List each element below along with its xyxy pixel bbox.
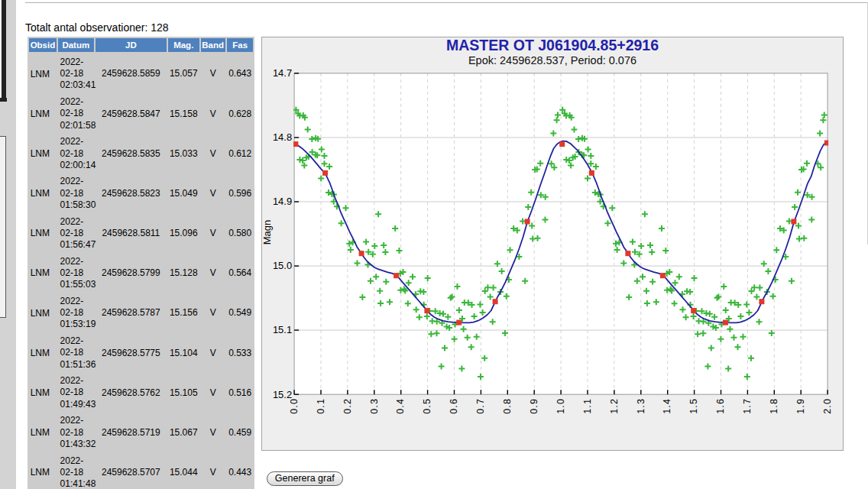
svg-text:0.1: 0.1 [316, 398, 326, 414]
svg-text:1.8: 1.8 [769, 398, 779, 414]
svg-text:0.7: 0.7 [475, 398, 486, 414]
svg-text:0.3: 0.3 [369, 398, 380, 414]
svg-text:Magn: Magn [262, 220, 274, 245]
svg-text:15.0: 15.0 [273, 261, 292, 272]
svg-text:14.9: 14.9 [273, 196, 292, 208]
svg-text:0.8: 0.8 [502, 398, 513, 414]
svg-text:14.7: 14.7 [273, 67, 292, 79]
svg-text:1.2: 1.2 [609, 398, 620, 414]
svg-text:1.5: 1.5 [689, 398, 700, 414]
svg-text:0.2: 0.2 [342, 398, 353, 414]
svg-text:2.0: 2.0 [822, 398, 833, 414]
svg-text:14.8: 14.8 [273, 132, 292, 144]
svg-text:1.1: 1.1 [582, 398, 593, 414]
svg-text:0.0: 0.0 [289, 398, 300, 414]
svg-text:1.4: 1.4 [662, 398, 673, 414]
svg-text:1.0: 1.0 [555, 398, 566, 414]
svg-text:1.6: 1.6 [715, 398, 726, 414]
svg-text:0.6: 0.6 [449, 398, 459, 414]
svg-text:1.7: 1.7 [742, 398, 753, 414]
svg-text:1.9: 1.9 [795, 398, 806, 414]
svg-text:1.3: 1.3 [636, 398, 646, 414]
svg-text:15.1: 15.1 [273, 325, 292, 336]
svg-text:0.5: 0.5 [423, 398, 433, 414]
svg-text:0.9: 0.9 [529, 398, 539, 414]
svg-text:0.4: 0.4 [396, 398, 406, 414]
svg-text:MASTER OT J061904.85+2916: MASTER OT J061904.85+2916 [446, 37, 659, 53]
svg-text:Epok: 2459628.537, Period: 0.0: Epok: 2459628.537, Period: 0.076 [468, 54, 636, 66]
